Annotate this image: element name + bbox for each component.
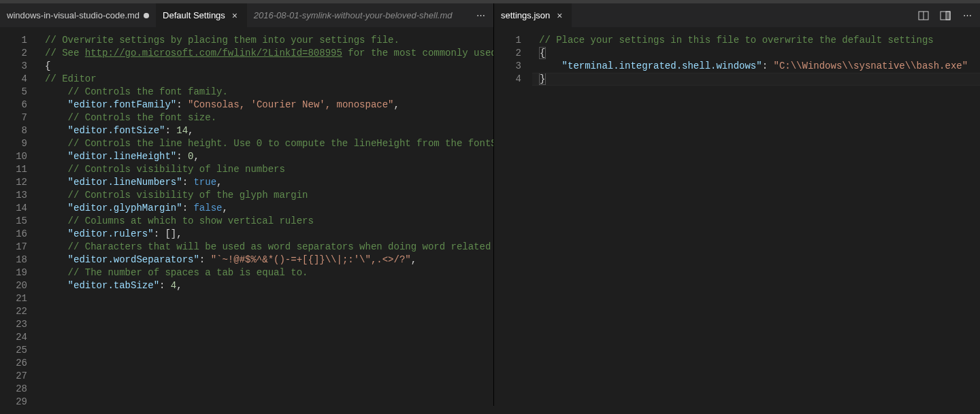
tab-label: settings.json [501,10,550,20]
tab-label: Default Settings [163,10,225,20]
code-line[interactable]: // Editor [38,73,493,86]
code-line[interactable]: // Characters that will be used as word … [38,241,493,254]
workspace: windows-in-visual-studio-code.md Default… [0,3,980,406]
tab-bar-left: windows-in-visual-studio-code.md Default… [0,3,493,27]
tab-label: windows-in-visual-studio-code.md [7,10,140,20]
code-line[interactable]: // Controls visibility of the glyph marg… [38,189,493,202]
editor-group-right: settings.json × ⋯ 1234 // Place your set… [494,3,980,406]
editor-left[interactable]: 1234567891011121314151617181920212223242… [0,27,493,406]
code-right[interactable]: // Place your settings in this file to o… [532,27,980,406]
tab-settings-json[interactable]: settings.json × [494,3,572,27]
tab-symlink-md[interactable]: 2016-08-01-symlink-without-your-beloved-… [247,3,459,27]
code-line[interactable]: // Controls visibility of line numbers [38,163,493,176]
code-line[interactable]: // Controls the font size. [38,111,493,124]
code-line[interactable]: "editor.lineHeight": 0, [38,150,493,163]
code-line[interactable]: // Columns at which to show vertical rul… [38,215,493,228]
code-line[interactable]: // See http://go.microsoft.com/fwlink/?L… [38,47,493,60]
code-line[interactable]: "terminal.integrated.shell.windows": "C:… [532,60,980,73]
tab-actions-right: ⋯ [911,3,980,27]
code-line[interactable]: // Controls the line height. Use 0 to co… [38,137,493,150]
code-line[interactable]: "editor.rulers": [], [38,228,493,241]
more-actions-icon[interactable]: ⋯ [473,8,488,23]
more-actions-icon[interactable]: ⋯ [960,8,975,23]
tab-actions-left: ⋯ [468,3,493,27]
code-line[interactable]: "editor.tabSize": 4, [38,279,493,292]
status-bar [0,406,980,414]
editor-right[interactable]: 1234 // Place your settings in this file… [494,27,980,406]
gutter-left: 1234567891011121314151617181920212223242… [0,27,38,406]
code-line[interactable]: "editor.fontSize": 14, [38,124,493,137]
current-line-highlight [532,73,980,86]
code-line[interactable]: "editor.fontFamily": "Consolas, 'Courier… [38,99,493,111]
dirty-indicator-icon [144,13,149,18]
gutter-right: 1234 [494,27,532,406]
close-icon[interactable]: × [554,10,565,21]
code-left[interactable]: // Overwrite settings by placing them in… [38,27,493,406]
code-line[interactable]: "editor.wordSeparators": "`~!@#$%^&*()-=… [38,254,493,266]
split-editor-icon[interactable] [916,8,931,23]
tab-label: 2016-08-01-symlink-without-your-beloved-… [254,10,453,20]
code-line[interactable]: // Controls the font family. [38,86,493,99]
tab-bar-right: settings.json × ⋯ [494,3,980,27]
code-line[interactable]: // Place your settings in this file to o… [532,34,980,47]
code-line[interactable]: { [38,60,493,73]
code-line[interactable]: { [532,47,980,60]
editor-group-left: windows-in-visual-studio-code.md Default… [0,3,494,406]
code-line[interactable]: // The number of spaces a tab is equal t… [38,266,493,279]
code-line[interactable]: "editor.lineNumbers": true, [38,176,493,189]
close-icon[interactable]: × [229,10,240,21]
tab-file-md[interactable]: windows-in-visual-studio-code.md [0,3,156,27]
tab-default-settings[interactable]: Default Settings × [156,3,247,27]
code-line[interactable]: "editor.glyphMargin": false, [38,202,493,215]
svg-rect-3 [946,12,950,20]
toggle-layout-icon[interactable] [938,8,953,23]
code-line[interactable]: // Overwrite settings by placing them in… [38,34,493,47]
